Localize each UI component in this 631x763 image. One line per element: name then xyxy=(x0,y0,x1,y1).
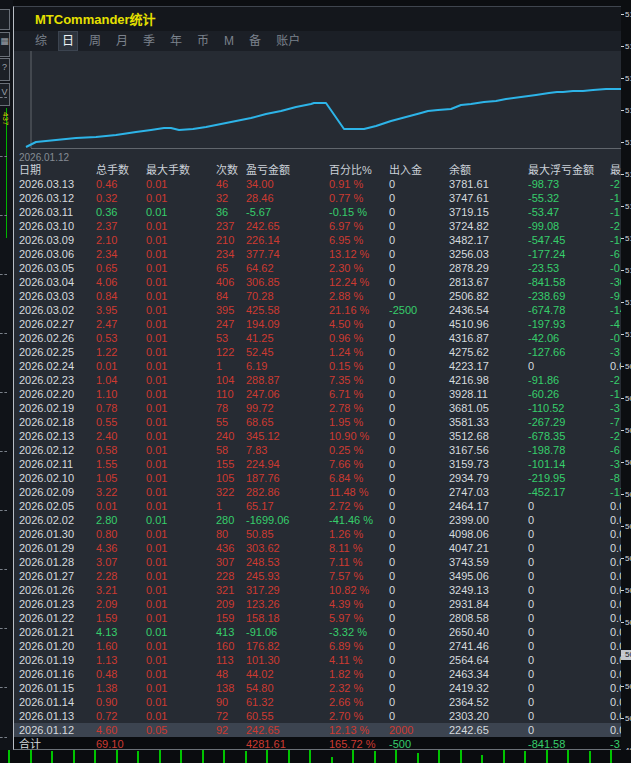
cell: 0.01 xyxy=(146,667,167,681)
menu-tab-月[interactable]: 月 xyxy=(113,32,131,50)
column-header[interactable]: 最大 xyxy=(610,163,621,177)
menu-tab-季[interactable]: 季 xyxy=(140,32,158,50)
window-titlebar[interactable]: MTCommander统计 xyxy=(14,7,621,31)
table-row[interactable]: 2026.03.062.340.01234377.7413.12 %03256.… xyxy=(14,247,621,261)
cell: 0.55 xyxy=(96,415,117,429)
table-row[interactable]: 2026.01.283.070.01307248.537.11 %03743.5… xyxy=(14,555,621,569)
menu-tab-周[interactable]: 周 xyxy=(86,32,104,50)
table-row[interactable]: 2026.02.260.530.015341.250.96 %04316.87-… xyxy=(14,331,621,345)
price-scale-tick: 50 xyxy=(621,650,631,660)
table-row[interactable]: 2026.02.201.100.01110247.066.71 %03928.1… xyxy=(14,387,621,401)
cell: 2026.03.02 xyxy=(19,303,74,317)
cell: 2650.40 xyxy=(449,625,489,639)
table-row[interactable]: 2026.03.044.060.01406306.8512.24 %02813.… xyxy=(14,275,621,289)
column-header[interactable]: 余额 xyxy=(449,163,471,177)
table-row[interactable]: 2026.02.022.800.01280-1699.06-41.46 %023… xyxy=(14,513,621,527)
table-row[interactable]: 2026.03.050.650.016564.622.30 %02878.29-… xyxy=(14,261,621,275)
menu-tab-币[interactable]: 币 xyxy=(194,32,212,50)
question-icon[interactable]: ? xyxy=(0,58,10,81)
table-row[interactable]: 2026.02.101.050.01105187.766.84 %02934.7… xyxy=(14,471,621,485)
column-header[interactable]: 出入金 xyxy=(389,163,422,177)
table-row[interactable]: 2026.01.201.600.01160176.826.89 %02741.4… xyxy=(14,639,621,653)
table-row[interactable]: 2026.02.251.220.0112252.451.24 %04275.62… xyxy=(14,345,621,359)
cell: 0 xyxy=(389,667,395,681)
cell: 2026.01.26 xyxy=(19,583,74,597)
image-icon[interactable]: ▦ xyxy=(0,32,10,57)
table-row[interactable]: 2026.02.231.040.01104288.877.35 %04216.9… xyxy=(14,373,621,387)
table-row[interactable]: 2026.01.124.600.0592242.6512.13 %2000224… xyxy=(14,723,621,737)
table-row[interactable]: 2026.02.093.220.01322282.8611.48 %02747.… xyxy=(14,485,621,499)
menu-tab-账户[interactable]: 账户 xyxy=(273,32,303,50)
edge-tick xyxy=(0,510,7,512)
cell: -30 xyxy=(610,275,621,289)
column-header[interactable]: 最大手数 xyxy=(146,163,190,177)
cell: 288.87 xyxy=(246,373,280,387)
table-row[interactable]: 2026.01.294.360.01436303.628.11 %04047.2… xyxy=(14,541,621,555)
table-row[interactable]: 2026.02.050.010.01165.172.72 %02464.1700… xyxy=(14,499,621,513)
indicator-label: 437 xyxy=(0,112,10,125)
table-row[interactable]: 2026.01.214.130.01413-91.06-3.32 %02650.… xyxy=(14,625,621,639)
menu-tab-综[interactable]: 综 xyxy=(32,32,50,50)
table-row[interactable]: 2026.02.240.010.0116.190.15 %04223.1700.… xyxy=(14,359,621,373)
table-row[interactable]: 2026.01.300.800.018050.851.26 %04098.060… xyxy=(14,527,621,541)
check-icon[interactable]: V xyxy=(0,83,10,106)
table-row[interactable]: 2026.01.272.280.01228245.937.57 %03495.0… xyxy=(14,569,621,583)
column-header[interactable]: 最大浮亏金额 xyxy=(528,163,594,177)
cell: 0.01 xyxy=(146,499,167,513)
column-header[interactable]: 次数 xyxy=(216,163,238,177)
table-row[interactable]: 2026.02.190.780.017899.722.78 %03681.05-… xyxy=(14,401,621,415)
volume-bar xyxy=(331,757,333,763)
cell: 1.82 % xyxy=(329,667,363,681)
cell: 160 xyxy=(216,639,234,653)
menu-tab-备[interactable]: 备 xyxy=(246,32,264,50)
cell: 2808.58 xyxy=(449,611,489,625)
column-header[interactable]: 总手数 xyxy=(96,163,129,177)
table-row[interactable]: 2026.03.092.100.01210226.146.95 %03482.1… xyxy=(14,233,621,247)
cell: 247 xyxy=(216,317,234,331)
cell: 0.01 xyxy=(146,569,167,583)
table-row[interactable]: 2026.01.221.590.01159158.185.97 %02808.5… xyxy=(14,611,621,625)
cell: 0 xyxy=(389,275,395,289)
cell: 2.34 xyxy=(96,247,117,261)
table-row[interactable]: 2026.01.232.090.01209123.264.39 %02931.8… xyxy=(14,597,621,611)
table-row[interactable]: 2026.02.180.550.015568.651.95 %03581.33-… xyxy=(14,415,621,429)
toolbar-icon-partial[interactable] xyxy=(0,9,10,30)
table-row[interactable]: 2026.03.130.460.014634.000.91 %03781.61-… xyxy=(14,177,621,191)
cell: 0.01 xyxy=(146,275,167,289)
table-row[interactable]: 2026.03.102.370.01237242.656.97 %03724.8… xyxy=(14,219,621,233)
menu-tab-日[interactable]: 日 xyxy=(59,32,77,50)
menu-tab-M[interactable]: M xyxy=(221,32,237,50)
cell: 0 xyxy=(389,177,395,191)
cell: 0.01 xyxy=(146,331,167,345)
column-header[interactable]: 盈亏金额 xyxy=(246,163,290,177)
cell: 2026.01.14 xyxy=(19,695,74,709)
cell: 0.0 xyxy=(610,695,621,709)
column-header[interactable]: 百分比% xyxy=(329,163,372,177)
table-row[interactable]: 2026.03.030.840.018470.282.88 %02506.82-… xyxy=(14,289,621,303)
table-row[interactable]: 2026.01.160.480.014844.021.82 %02463.340… xyxy=(14,667,621,681)
table-row[interactable]: 2026.03.120.320.013228.460.77 %03747.61-… xyxy=(14,191,621,205)
cell: 3256.03 xyxy=(449,247,489,261)
column-header[interactable]: 日期 xyxy=(19,163,41,177)
table-row[interactable]: 2026.02.132.400.01240345.1210.90 %03512.… xyxy=(14,429,621,443)
cell: 2564.64 xyxy=(449,653,489,667)
cell: 307 xyxy=(216,555,234,569)
cell: 21.16 % xyxy=(329,303,369,317)
table-row[interactable]: 2026.01.191.130.01113101.304.11 %02564.6… xyxy=(14,653,621,667)
table-row[interactable]: 2026.02.111.550.01155224.947.66 %03159.7… xyxy=(14,457,621,471)
table-row[interactable]: 2026.01.151.380.0113854.802.32 %02419.32… xyxy=(14,681,621,695)
table-row[interactable]: 2026.01.263.210.01321317.2910.82 %03249.… xyxy=(14,583,621,597)
table-row[interactable]: 2026.03.023.950.01395425.5821.16 %-25002… xyxy=(14,303,621,317)
cell: -3.32 % xyxy=(329,625,367,639)
table-row[interactable]: 2026.02.120.580.01587.830.25 %03167.56-1… xyxy=(14,443,621,457)
table-row[interactable]: 2026.01.130.720.017260.552.70 %02303.200… xyxy=(14,709,621,723)
cell: 0 xyxy=(528,597,534,611)
table-row[interactable]: 2026.03.110.360.0136-5.67-0.15 %03719.15… xyxy=(14,205,621,219)
table-row[interactable]: 2026.01.140.900.019061.322.66 %02364.520… xyxy=(14,695,621,709)
menu-tab-年[interactable]: 年 xyxy=(167,32,185,50)
table-row[interactable]: 2026.02.272.470.01247194.094.50 %04510.9… xyxy=(14,317,621,331)
edge-tick xyxy=(0,628,7,630)
cell: 104 xyxy=(216,373,234,387)
menu-bar: 综日周月季年币M备账户 xyxy=(14,31,621,51)
price-scale-tick: 51 xyxy=(621,10,631,20)
